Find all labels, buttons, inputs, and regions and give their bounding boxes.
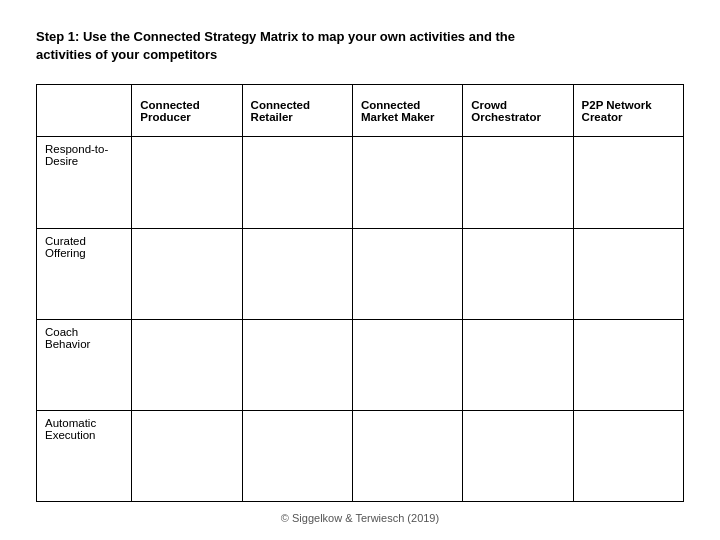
col-header-connected-producer: Connected Producer — [132, 85, 242, 137]
cell-auto-market-maker — [352, 410, 462, 501]
cell-coach-market-maker — [352, 319, 462, 410]
cell-auto-p2p — [573, 410, 683, 501]
table-header-row: Connected Producer Connected Retailer Co… — [37, 85, 684, 137]
title-line1: Step 1: Use the Connected Strategy Matri… — [36, 29, 515, 44]
empty-header-cell — [37, 85, 132, 137]
cell-respond-retailer — [242, 137, 352, 228]
row-header-curated-offering: Curated Offering — [37, 228, 132, 319]
cell-respond-crowd — [463, 137, 573, 228]
cell-respond-producer — [132, 137, 242, 228]
footer-text: © Siggelkow & Terwiesch (2019) — [281, 512, 439, 524]
cell-auto-crowd — [463, 410, 573, 501]
cell-coach-crowd — [463, 319, 573, 410]
cell-curated-crowd — [463, 228, 573, 319]
col-header-crowd-orchestrator: Crowd Orchestrator — [463, 85, 573, 137]
table-row-curated-offering: Curated Offering — [37, 228, 684, 319]
cell-curated-market-maker — [352, 228, 462, 319]
row-header-automatic-execution: Automatic Execution — [37, 410, 132, 501]
table-row-automatic-execution: Automatic Execution — [37, 410, 684, 501]
table-row-respond-to-desire: Respond-to- Desire — [37, 137, 684, 228]
page-container: Step 1: Use the Connected Strategy Matri… — [0, 0, 720, 540]
cell-curated-p2p — [573, 228, 683, 319]
cell-curated-producer — [132, 228, 242, 319]
cell-coach-producer — [132, 319, 242, 410]
col-header-connected-retailer: Connected Retailer — [242, 85, 352, 137]
footer: © Siggelkow & Terwiesch (2019) — [36, 512, 684, 524]
title-line2: activities of your competitors — [36, 47, 217, 62]
cell-respond-market-maker — [352, 137, 462, 228]
cell-auto-retailer — [242, 410, 352, 501]
row-header-respond-to-desire: Respond-to- Desire — [37, 137, 132, 228]
row-header-coach-behavior: Coach Behavior — [37, 319, 132, 410]
page-title: Step 1: Use the Connected Strategy Matri… — [36, 28, 684, 64]
cell-coach-retailer — [242, 319, 352, 410]
cell-coach-p2p — [573, 319, 683, 410]
cell-curated-retailer — [242, 228, 352, 319]
col-header-p2p-network-creator: P2P Network Creator — [573, 85, 683, 137]
cell-auto-producer — [132, 410, 242, 501]
col-header-connected-market-maker: Connected Market Maker — [352, 85, 462, 137]
table-row-coach-behavior: Coach Behavior — [37, 319, 684, 410]
cell-respond-p2p — [573, 137, 683, 228]
strategy-matrix-table: Connected Producer Connected Retailer Co… — [36, 84, 684, 502]
